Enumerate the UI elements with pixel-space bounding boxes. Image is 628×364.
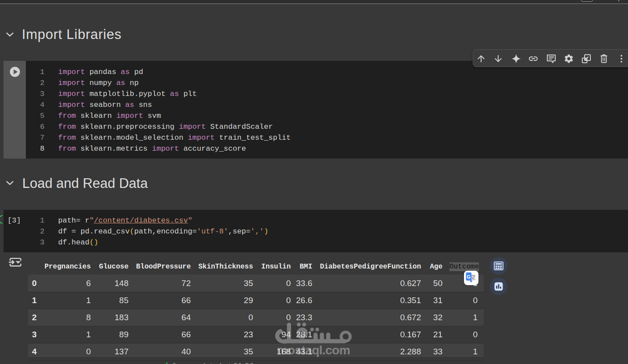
svg-text:mostaql.com: mostaql.com — [277, 343, 350, 357]
svg-text:G: G — [467, 274, 471, 279]
